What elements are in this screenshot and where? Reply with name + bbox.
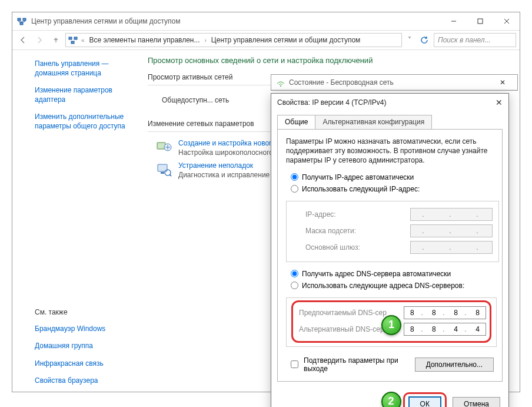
- radio-ip-manual-input[interactable]: [291, 185, 298, 193]
- toolbar: « Все элементы панели управлен... › Цент…: [12, 30, 520, 50]
- advanced-button[interactable]: Дополнительно...: [415, 358, 494, 372]
- tab-body-general: Параметры IP можно назначать автоматичес…: [277, 129, 503, 382]
- see-also-title: См. также: [35, 308, 137, 316]
- sidebar-home-link[interactable]: Панель управления — домашняя страница: [35, 59, 137, 78]
- dns-highlight: 1 Предпочитаемый DNS-сер 8. 8. 8. 8 Альт…: [291, 300, 491, 343]
- tab-alt-config[interactable]: Альтернативная конфигурация: [315, 115, 432, 129]
- wifi-icon: [276, 78, 285, 87]
- radio-dns-auto-input[interactable]: [291, 270, 298, 277]
- svg-rect-4: [478, 19, 483, 24]
- description-text: Параметры IP можно назначать автоматичес…: [286, 137, 494, 166]
- radio-label: Получить адрес DNS-сервера автоматически: [302, 270, 451, 278]
- close-button[interactable]: [493, 12, 520, 30]
- dialog-title: Свойства: IP версии 4 (TCP/IPv4): [277, 98, 483, 107]
- window-title: Центр управления сетями и общим доступом: [31, 17, 440, 25]
- confirm-on-exit-label: Подтвердить параметры при выходе: [304, 356, 411, 373]
- radio-dns-manual[interactable]: Использовать следующие адреса DNS-сервер…: [291, 280, 493, 292]
- ipv4-properties-dialog: Свойства: IP версии 4 (TCP/IPv4) ✕ Общие…: [271, 93, 509, 407]
- ip-address-label: IP-адрес:: [305, 210, 405, 219]
- callout-marker-1: 1: [381, 315, 401, 335]
- radio-label: Использовать следующие адреса DNS-сервер…: [302, 282, 464, 290]
- up-button[interactable]: [49, 33, 63, 47]
- preferred-dns-label: Предпочитаемый DNS-сер: [299, 309, 399, 317]
- minimize-button[interactable]: [440, 12, 467, 30]
- radio-ip-auto-input[interactable]: [291, 173, 298, 181]
- close-icon[interactable]: ✕: [493, 78, 513, 87]
- sidebar-sharing-link[interactable]: Изменить дополнительные параметры общего…: [35, 112, 137, 131]
- radio-dns-manual-input[interactable]: [291, 282, 298, 289]
- forward-button[interactable]: [32, 33, 46, 47]
- subnet-mask-label: Маска подсети:: [305, 227, 405, 235]
- tabs: Общие Альтернативная конфигурация: [271, 111, 508, 129]
- breadcrumb[interactable]: « Все элементы панели управлен... › Цент…: [65, 33, 402, 47]
- subnet-mask-input: ...: [410, 224, 493, 237]
- chevron-left-icon: «: [80, 37, 86, 44]
- ok-highlight: 2 ОК: [403, 392, 447, 407]
- preferred-dns-input[interactable]: 8. 8. 8. 8: [404, 306, 486, 319]
- callout-marker-2: 2: [381, 392, 401, 407]
- radio-label: Получить IP-адрес автоматически: [302, 173, 414, 181]
- radio-ip-manual[interactable]: Использовать следующий IP-адрес:: [291, 183, 493, 195]
- network-center-icon: [17, 16, 26, 26]
- svg-line-15: [169, 174, 171, 176]
- troubleshoot-icon: [156, 161, 172, 178]
- gateway-label: Основной шлюз:: [305, 243, 405, 252]
- breadcrumb-item[interactable]: Все элементы панели управлен...: [88, 36, 201, 44]
- svg-rect-8: [74, 37, 77, 39]
- ip-address-input: ...: [410, 208, 493, 221]
- sidebar-infrared-link[interactable]: Инфракрасная связь: [35, 359, 137, 369]
- titlebar: Центр управления сетями и общим доступом: [12, 12, 520, 30]
- svg-rect-9: [71, 41, 74, 44]
- chevron-right-icon: ›: [203, 37, 207, 44]
- sidebar: Панель управления — домашняя страница Из…: [12, 50, 148, 392]
- svg-rect-0: [18, 18, 21, 21]
- search-input[interactable]: Поиск в панел...: [434, 33, 516, 47]
- svg-rect-7: [69, 37, 72, 39]
- svg-point-16: [280, 85, 281, 87]
- gateway-input: ...: [410, 241, 493, 254]
- breadcrumb-item[interactable]: Центр управления сетями и общим доступом: [210, 36, 362, 44]
- cancel-button[interactable]: Отмена: [453, 397, 500, 407]
- search-placeholder: Поиск в панел...: [438, 36, 491, 44]
- radio-dns-auto[interactable]: Получить адрес DNS-сервера автоматически: [291, 268, 493, 280]
- tab-general[interactable]: Общие: [277, 115, 315, 129]
- radio-label: Использовать следующий IP-адрес:: [302, 185, 420, 193]
- confirm-on-exit-checkbox[interactable]: [291, 360, 298, 368]
- sidebar-adapter-link[interactable]: Изменение параметров адаптера: [35, 86, 137, 104]
- svg-rect-2: [20, 22, 23, 25]
- refresh-button[interactable]: [417, 33, 431, 47]
- svg-rect-1: [23, 18, 26, 21]
- dialog-titlebar: Свойства: IP версии 4 (TCP/IPv4) ✕: [271, 94, 508, 111]
- sidebar-firewall-link[interactable]: Брандмауэр Windows: [35, 325, 137, 334]
- network-center-icon: [68, 35, 78, 45]
- radio-ip-auto[interactable]: Получить IP-адрес автоматически: [291, 171, 493, 183]
- back-button[interactable]: [16, 33, 30, 47]
- connection-wizard-icon: [156, 139, 172, 155]
- maximize-button[interactable]: [467, 12, 493, 30]
- breadcrumb-dropdown[interactable]: ˅: [404, 36, 415, 44]
- sidebar-browser-link[interactable]: Свойства браузера: [35, 376, 137, 386]
- page-heading: Просмотр основных сведений о сети и наст…: [148, 56, 508, 65]
- svg-rect-13: [161, 172, 164, 174]
- ok-button[interactable]: ОК: [408, 396, 441, 407]
- status-dialog-title: Состояние - Беспроводная сеть: [289, 78, 394, 87]
- sidebar-homegroup-link[interactable]: Домашняя группа: [35, 342, 137, 351]
- alternate-dns-input[interactable]: 8. 8. 4. 4: [404, 323, 486, 336]
- dialog-buttons: 2 ОК Отмена: [271, 388, 508, 407]
- status-dialog: Состояние - Беспроводная сеть ✕: [271, 74, 518, 91]
- close-button[interactable]: ✕: [483, 98, 503, 107]
